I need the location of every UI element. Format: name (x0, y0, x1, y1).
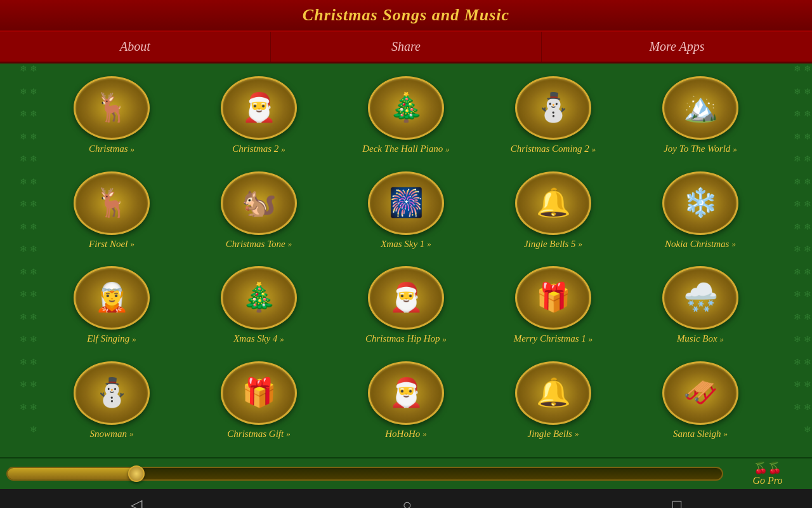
song-item-2[interactable]: 🎅Christmas 2» (185, 73, 332, 163)
song-oval-9: 🔔 (515, 171, 591, 235)
song-oval-3: 🎄 (368, 76, 444, 140)
more-apps-button[interactable]: More Apps (542, 32, 812, 62)
song-label-4: Christmas Coming 2» (511, 144, 596, 154)
song-label-14: Merry Christmas 1» (514, 333, 593, 344)
song-icon-2: 🎅 (242, 94, 277, 122)
song-label-13: Christmas Hip Hop» (365, 333, 447, 344)
song-icon-8: 🎆 (389, 189, 424, 217)
app-title: Christmas Songs and Music (303, 6, 509, 25)
song-oval-5: 🏔️ (662, 76, 738, 140)
song-item-19[interactable]: 🔔Jingle Bells» (480, 358, 627, 448)
song-label-15: Music Box» (677, 333, 724, 344)
navigation-bar: About Share More Apps (0, 32, 812, 64)
song-icon-1: 🦌 (95, 94, 129, 122)
song-label-16: Snowman» (90, 429, 134, 439)
song-oval-2: 🎅 (221, 76, 297, 140)
song-icon-7: 🐿️ (242, 189, 277, 217)
song-oval-13: 🎅 (368, 266, 444, 330)
song-icon-4: ⛄ (536, 94, 571, 122)
song-icon-20: 🛷 (683, 379, 718, 407)
song-item-20[interactable]: 🛷Santa Sleigh» (627, 358, 774, 448)
app-header: Christmas Songs and Music (0, 0, 812, 32)
song-item-9[interactable]: 🔔Jingle Bells 5» (480, 168, 627, 258)
song-item-4[interactable]: ⛄Christmas Coming 2» (480, 73, 627, 163)
song-item-13[interactable]: 🎅Christmas Hip Hop» (332, 263, 480, 353)
song-label-3: Deck The Hall Piano» (362, 144, 450, 154)
song-label-5: Joy To The World» (664, 144, 737, 154)
song-label-2: Christmas 2» (232, 144, 285, 154)
song-icon-15: 🌨️ (683, 284, 718, 312)
slider-thumb[interactable] (128, 465, 145, 482)
song-item-1[interactable]: 🦌Christmas» (38, 73, 185, 163)
song-item-5[interactable]: 🏔️Joy To The World» (627, 73, 774, 163)
song-oval-15: 🌨️ (662, 266, 738, 330)
song-label-18: HoHoHo» (385, 429, 427, 439)
song-item-16[interactable]: ⛄Snowman» (38, 358, 185, 448)
song-oval-17: 🎁 (221, 361, 297, 425)
song-item-10[interactable]: ❄️Nokia Christmas» (627, 168, 774, 258)
recents-button[interactable]: □ (672, 497, 682, 509)
song-oval-12: 🎄 (221, 266, 297, 330)
song-icon-6: 🦌 (95, 189, 129, 217)
song-oval-11: 🧝 (74, 266, 150, 330)
song-icon-9: 🔔 (536, 189, 571, 217)
go-pro-label[interactable]: Go Pro (753, 475, 783, 486)
song-item-8[interactable]: 🎆Xmas Sky 1» (332, 168, 480, 258)
main-content: 🦌Christmas»🎅Christmas 2»🎄Deck The Hall P… (0, 64, 812, 457)
share-button[interactable]: Share (271, 32, 542, 62)
song-oval-14: 🎁 (515, 266, 591, 330)
song-oval-19: 🔔 (515, 361, 591, 425)
song-oval-18: 🎅 (368, 361, 444, 425)
song-label-8: Xmas Sky 1» (381, 239, 431, 250)
song-label-7: Christmas Tone» (226, 239, 292, 250)
song-icon-12: 🎄 (242, 284, 277, 312)
song-oval-10: ❄️ (662, 171, 738, 235)
home-button[interactable]: ○ (403, 497, 412, 509)
song-oval-7: 🐿️ (221, 171, 297, 235)
song-label-9: Jingle Bells 5» (524, 239, 582, 250)
song-icon-11: 🧝 (95, 284, 129, 312)
song-icon-17: 🎁 (242, 379, 277, 407)
songs-grid: 🦌Christmas»🎅Christmas 2»🎄Deck The Hall P… (13, 70, 799, 451)
song-oval-20: 🛷 (662, 361, 738, 425)
song-item-3[interactable]: 🎄Deck The Hall Piano» (332, 73, 480, 163)
song-label-17: Christmas Gift» (227, 429, 290, 439)
song-icon-13: 🎅 (389, 284, 424, 312)
android-navigation: ◁ ○ □ (0, 489, 812, 508)
song-item-11[interactable]: 🧝Elf Singing» (38, 263, 185, 353)
song-oval-6: 🦌 (74, 171, 150, 235)
song-icon-3: 🎄 (389, 94, 424, 122)
song-label-11: Elf Singing» (87, 333, 136, 344)
song-icon-19: 🔔 (536, 379, 571, 407)
song-oval-1: 🦌 (74, 76, 150, 140)
song-label-10: Nokia Christmas» (665, 239, 736, 250)
playback-slider[interactable] (6, 467, 723, 481)
song-icon-5: 🏔️ (683, 94, 718, 122)
song-oval-16: ⛄ (74, 361, 150, 425)
song-oval-4: ⛄ (515, 76, 591, 140)
song-label-12: Xmas Sky 4» (233, 333, 284, 344)
song-item-15[interactable]: 🌨️Music Box» (627, 263, 774, 353)
song-icon-14: 🎁 (536, 284, 571, 312)
song-item-12[interactable]: 🎄Xmas Sky 4» (185, 263, 332, 353)
song-item-14[interactable]: 🎁Merry Christmas 1» (480, 263, 627, 353)
song-icon-18: 🎅 (389, 379, 424, 407)
go-pro-area[interactable]: 🍒🍒 Go Pro (730, 461, 806, 486)
song-oval-8: 🎆 (368, 171, 444, 235)
song-label-19: Jingle Bells» (528, 429, 579, 439)
slider-fill (8, 468, 136, 479)
go-pro-icons: 🍒🍒 (754, 461, 782, 475)
song-label-20: Santa Sleigh» (673, 429, 728, 439)
song-item-6[interactable]: 🦌First Noel» (38, 168, 185, 258)
about-button[interactable]: About (0, 32, 271, 62)
song-item-18[interactable]: 🎅HoHoHo» (332, 358, 480, 448)
song-icon-10: ❄️ (683, 189, 718, 217)
back-button[interactable]: ◁ (131, 496, 142, 508)
song-icon-16: ⛄ (95, 379, 129, 407)
bottom-bar: 🍒🍒 Go Pro (0, 457, 812, 489)
song-item-7[interactable]: 🐿️Christmas Tone» (185, 168, 332, 258)
song-label-1: Christmas» (89, 144, 134, 154)
song-item-17[interactable]: 🎁Christmas Gift» (185, 358, 332, 448)
song-label-6: First Noel» (89, 239, 134, 250)
